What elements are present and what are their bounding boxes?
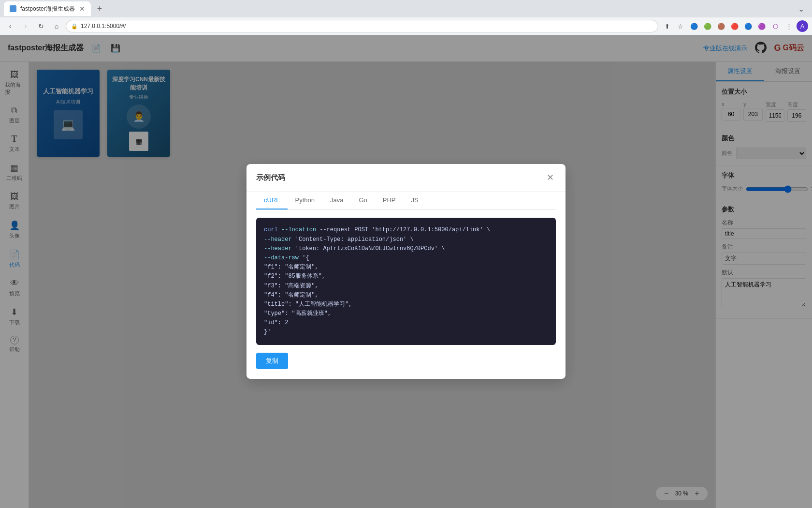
extension2-btn[interactable]: 🟢 <box>702 20 713 32</box>
extension5-btn[interactable]: 🔵 <box>742 20 754 32</box>
lock-icon: 🔒 <box>71 23 78 30</box>
code-tab-go[interactable]: Go <box>351 192 375 209</box>
new-tab-btn[interactable]: + <box>93 2 106 15</box>
code-tab-php[interactable]: PHP <box>375 192 404 209</box>
code-tab-java[interactable]: Java <box>322 192 351 209</box>
code-tab-curl[interactable]: cURL <box>256 192 288 209</box>
home-btn[interactable]: ⌂ <box>50 20 63 32</box>
dialog-close-btn[interactable]: ✕ <box>544 172 556 183</box>
back-btn[interactable]: ‹ <box>4 20 16 32</box>
extension6-btn[interactable]: 🟣 <box>756 20 768 32</box>
code-tab-js[interactable]: JS <box>404 192 426 209</box>
copy-button[interactable]: 复制 <box>256 353 288 369</box>
browser-tabs: fastposter海报生成器 ✕ + ⌄ <box>0 0 812 17</box>
tab-close-btn[interactable]: ✕ <box>79 5 85 13</box>
nav-actions: ⬆ ☆ 🔵 🟢 🟤 🔴 🔵 🟣 ⬡ ⋮ A <box>661 20 808 32</box>
dialog-header: 示例代码 ✕ <box>246 164 566 192</box>
extension7-btn[interactable]: ⬡ <box>769 20 781 32</box>
code-language-tabs: cURL Python Java Go PHP JS <box>256 192 556 210</box>
extension1-btn[interactable]: 🔵 <box>688 20 700 32</box>
dialog-overlay: 示例代码 ✕ cURL Python Java Go PHP JS curl -… <box>0 35 812 508</box>
tab-title: fastposter海报生成器 <box>20 5 75 13</box>
address-text: 127.0.0.1:5000/#/ <box>81 23 126 30</box>
bookmark-btn[interactable]: ☆ <box>675 20 686 32</box>
code-tab-python[interactable]: Python <box>288 192 322 209</box>
forward-btn[interactable]: › <box>19 20 32 32</box>
profile-btn[interactable]: A <box>797 20 808 32</box>
tab-favicon <box>10 5 16 12</box>
address-bar[interactable]: 🔒 127.0.0.1:5000/#/ <box>66 20 658 32</box>
code-dialog: 示例代码 ✕ cURL Python Java Go PHP JS curl -… <box>246 164 566 378</box>
extension4-btn[interactable]: 🔴 <box>729 20 740 32</box>
browser-nav: ‹ › ↻ ⌂ 🔒 127.0.0.1:5000/#/ ⬆ ☆ 🔵 🟢 🟤 🔴 … <box>0 17 812 35</box>
more-btn[interactable]: ⋮ <box>783 20 795 32</box>
dialog-body: cURL Python Java Go PHP JS curl --locati… <box>246 192 566 378</box>
browser-tab-active[interactable]: fastposter海报生成器 ✕ <box>4 1 91 16</box>
browser-chrome: fastposter海报生成器 ✕ + ⌄ ‹ › ↻ ⌂ 🔒 127.0.0.… <box>0 0 812 35</box>
tab-list-btn[interactable]: ⌄ <box>798 4 808 14</box>
reload-btn[interactable]: ↻ <box>35 20 47 32</box>
code-block: curl --location --request POST 'http://1… <box>256 218 556 344</box>
extension3-btn[interactable]: 🟤 <box>715 20 727 32</box>
share-btn[interactable]: ⬆ <box>661 20 673 32</box>
code-content: curl --location --request POST 'http://1… <box>264 225 548 337</box>
dialog-title: 示例代码 <box>256 173 285 182</box>
